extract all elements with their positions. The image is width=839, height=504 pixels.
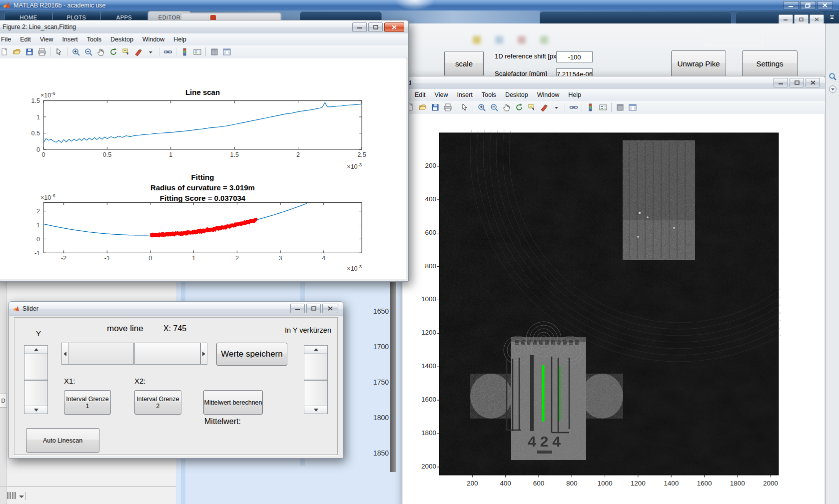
slider-thumb[interactable]	[134, 343, 200, 365]
menu-item[interactable]: Desktop	[501, 89, 533, 100]
save-figure-icon[interactable]	[23, 47, 35, 57]
figure2-plots[interactable]: 00.511.522.500.511.5Line scan×10-6×10-3-…	[0, 58, 406, 279]
restore-icon[interactable]	[800, 1, 816, 9]
arrow-up-icon[interactable]	[304, 346, 327, 354]
slider-track[interactable]	[68, 343, 134, 365]
brush-data-icon[interactable]	[538, 102, 550, 113]
save-figure-icon[interactable]	[429, 102, 441, 113]
auto-linescan-button[interactable]: Auto Linescan	[26, 428, 99, 453]
close-icon[interactable]	[384, 22, 404, 32]
menu-insert[interactable]: Insert	[58, 34, 82, 45]
data-cursor-icon[interactable]	[526, 102, 537, 113]
bg-minimize-icon[interactable]	[779, 14, 793, 24]
close-icon[interactable]	[806, 78, 820, 87]
brush-data-icon[interactable]	[132, 47, 144, 57]
zoom-in-icon[interactable]	[70, 47, 81, 57]
bg-close-icon[interactable]	[810, 14, 824, 24]
y-slider-down[interactable]	[24, 380, 48, 414]
show-plot-tools-dock-icon[interactable]	[221, 47, 232, 57]
pan-hand-icon[interactable]	[501, 102, 512, 113]
menu-file[interactable]: File	[0, 34, 15, 45]
link-plot-icon[interactable]	[568, 102, 579, 113]
settings-button[interactable]: Settings	[742, 50, 798, 77]
slider-titlebar[interactable]: Slider	[9, 302, 343, 316]
open-file-icon[interactable]	[11, 47, 22, 57]
insert-legend-icon[interactable]	[191, 47, 203, 57]
menu-desktop[interactable]: Desktop	[106, 34, 138, 45]
arrow-left-icon[interactable]	[61, 343, 68, 365]
data-cursor-icon[interactable]	[120, 47, 131, 57]
interval-grenze-1-button[interactable]: Interval Grenze 1	[64, 390, 111, 415]
print-figure-icon[interactable]	[36, 47, 47, 57]
scale-button[interactable]: scale	[444, 51, 484, 76]
edit-plot-pointer-icon[interactable]	[53, 47, 64, 57]
new-figure-icon[interactable]	[0, 47, 10, 57]
move-line-slider[interactable]	[61, 343, 207, 365]
menu-help[interactable]: Help	[169, 34, 191, 45]
insert-colorbar-icon[interactable]	[585, 102, 596, 113]
sidebar-tab-d[interactable]: D	[0, 394, 7, 408]
dropdown-caret-icon[interactable]	[145, 47, 156, 57]
restore-icon[interactable]	[790, 78, 804, 87]
collapse-toolstrip-tab[interactable]	[825, 11, 839, 23]
insert-legend-icon[interactable]	[597, 102, 609, 113]
menu-view[interactable]: View	[35, 34, 58, 45]
y-axis-label: Y	[31, 329, 46, 338]
rotate-3d-icon[interactable]	[513, 102, 525, 113]
splitter-grip[interactable]	[6, 492, 26, 500]
unwrap-pike-button[interactable]: Unwrap Pike	[671, 50, 726, 77]
hide-plot-tools-icon[interactable]	[208, 47, 220, 57]
arrow-right-icon[interactable]	[200, 343, 207, 365]
pan-hand-icon[interactable]	[95, 47, 106, 57]
print-figure-icon[interactable]	[442, 102, 453, 113]
search-icon[interactable]	[829, 72, 837, 83]
image-x-tick-label: 200	[460, 480, 485, 487]
menu-item[interactable]: Edit	[410, 89, 430, 100]
restore-icon[interactable]	[306, 304, 321, 313]
shorten-slider-down[interactable]	[304, 380, 328, 414]
minimize-icon[interactable]	[290, 304, 305, 313]
menu-item[interactable]: Insert	[452, 89, 477, 100]
menu-edit[interactable]: Edit	[15, 34, 35, 45]
rotate-3d-icon[interactable]	[107, 47, 119, 57]
close-icon[interactable]	[322, 304, 338, 313]
arrow-down-icon[interactable]	[24, 406, 47, 414]
ref-shift-input[interactable]	[556, 51, 593, 62]
insert-colorbar-icon[interactable]	[179, 47, 190, 57]
open-file-icon[interactable]	[417, 102, 428, 113]
edit-plot-pointer-icon[interactable]	[459, 102, 470, 113]
link-plot-icon[interactable]	[162, 47, 173, 57]
menu-window[interactable]: Window	[138, 34, 169, 45]
save-values-button[interactable]: Werte speichern	[216, 343, 287, 366]
bg-restore-icon[interactable]	[794, 14, 809, 24]
interferogram-image[interactable]: 424	[437, 130, 781, 478]
image-y-tick-label: 1000	[412, 295, 436, 303]
bg-scrollbar[interactable]	[390, 282, 396, 472]
zoom-in-icon[interactable]	[476, 102, 487, 113]
dropdown-caret-icon[interactable]	[551, 102, 562, 113]
arrow-up-icon[interactable]	[24, 346, 47, 354]
mittelwert-berechnen-button[interactable]: Mittelwert berechnen	[203, 390, 263, 415]
menu-item[interactable]: View	[430, 89, 453, 100]
minimize-icon[interactable]	[774, 78, 788, 87]
minimize-icon[interactable]	[783, 1, 799, 9]
interval-grenze-2-button[interactable]: Interval Grenze 2	[134, 390, 181, 415]
show-plot-tools-dock-icon[interactable]	[627, 102, 638, 113]
restore-icon[interactable]	[368, 22, 383, 32]
zoom-out-icon[interactable]	[488, 102, 500, 113]
figure-image-titlebar[interactable]: ld	[402, 76, 825, 89]
zoom-out-icon[interactable]	[82, 47, 94, 57]
shorten-slider-up[interactable]	[304, 345, 328, 380]
figure2-titlebar[interactable]: Figure 2: Line_scan,Fitting	[0, 20, 408, 34]
menu-item[interactable]: Window	[533, 89, 564, 100]
menu-tools[interactable]: Tools	[82, 34, 106, 45]
menu-item[interactable]: Tools	[477, 89, 501, 100]
hide-plot-tools-icon[interactable]	[614, 102, 626, 113]
image-x-tick-label: 1600	[692, 480, 717, 487]
expand-menu-icon[interactable]	[829, 85, 837, 95]
minimize-icon[interactable]	[352, 22, 367, 32]
close-icon[interactable]	[817, 1, 833, 9]
y-slider-up[interactable]	[24, 345, 48, 380]
menu-item[interactable]: Help	[564, 89, 586, 100]
arrow-down-icon[interactable]	[304, 406, 327, 414]
